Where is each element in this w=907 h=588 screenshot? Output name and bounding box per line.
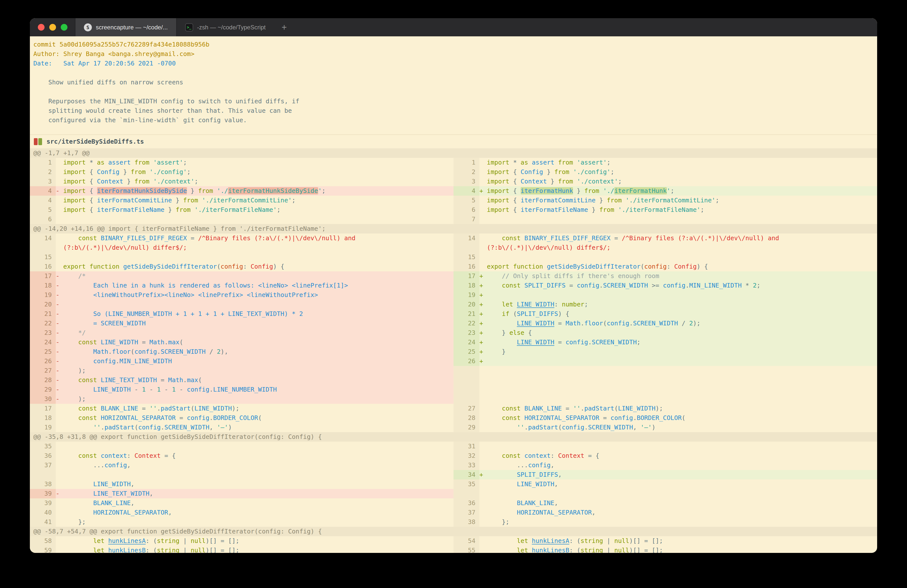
line-number: 22: [454, 319, 479, 328]
code-line: let hunkLinesA: (string | null)[] = [];: [479, 536, 877, 546]
code-line: const BINARY_FILES_DIFF_REGEX = /^Binary…: [56, 234, 454, 243]
line-number: 31: [454, 442, 479, 451]
line-number: 28: [30, 375, 56, 385]
tab-screencapture[interactable]: S screencapture — ~/code/...: [75, 18, 176, 36]
line-number: 27: [30, 366, 56, 375]
code-line: [479, 489, 877, 498]
code-line: [479, 252, 877, 262]
line-number: [454, 243, 479, 252]
code-line: HORIZONTAL_SEPARATOR,: [479, 508, 877, 517]
diff-sign: [479, 262, 487, 271]
diff-sign: +: [479, 271, 487, 281]
diff-row: 18 const HORIZONTAL_SEPARATOR = config.B…: [30, 413, 877, 423]
line-number: 14: [30, 234, 56, 243]
terminal-viewport[interactable]: commit 5a00d16095a255b57c762289fa434e180…: [30, 36, 877, 553]
line-number: 23: [30, 328, 56, 338]
diff-row: 35 31: [30, 442, 877, 451]
minimize-button[interactable]: [49, 24, 56, 30]
diff-row: 5 import { iterFormatFileName } from './…: [30, 205, 877, 215]
diff-sign: [56, 158, 63, 167]
line-number: 39: [30, 498, 56, 508]
line-number: 5: [454, 195, 479, 205]
diff-sign: -: [56, 347, 63, 356]
diff-sign: [56, 252, 63, 262]
code-line: [479, 375, 877, 385]
diff-sign: [479, 479, 487, 489]
diff-row: 18- Each line in a hunk is rendered as f…: [30, 281, 877, 290]
code-line: ''.padStart(config.SCREEN_WIDTH, '—'): [56, 423, 454, 432]
close-button[interactable]: [38, 24, 45, 30]
code-line: import * as assert from 'assert';: [56, 158, 454, 167]
commit-line: splitting would create lines shorter tha…: [34, 106, 877, 115]
code-line: -: [56, 300, 454, 309]
code-line: [479, 366, 877, 375]
line-number: 2: [454, 167, 479, 177]
line-number: 16: [454, 262, 479, 271]
line-number: 29: [30, 385, 56, 394]
diff-sign: +: [479, 309, 487, 319]
code-line: - );: [56, 394, 454, 404]
code-line: + // Only split diffs if there's enough …: [479, 271, 877, 281]
line-number: 41: [30, 517, 56, 527]
diff-sign: [56, 243, 63, 252]
diff-sign: [56, 195, 63, 205]
diff-row: 17- /*17+ // Only split diffs if there's…: [30, 271, 877, 281]
line-number: 1: [454, 158, 479, 167]
code-line: [479, 442, 877, 451]
code-line: ...config,: [479, 461, 877, 470]
line-number: 37: [30, 461, 56, 470]
diff-row: 19- <lineWithoutPrefix><lineNo> <linePre…: [30, 290, 877, 300]
diff-sign: +: [479, 290, 487, 300]
diff-sign: -: [56, 281, 63, 290]
code-line: ...config,: [56, 461, 454, 470]
line-number: 19: [454, 290, 479, 300]
code-line: [56, 442, 454, 451]
diff-row: 20- 20+ let LINE_WIDTH: number;: [30, 300, 877, 309]
line-number: 15: [454, 252, 479, 262]
line-number: 36: [454, 498, 479, 508]
line-number: 54: [454, 536, 479, 546]
diff-sign: -: [56, 375, 63, 385]
diff-sign: -: [56, 186, 63, 195]
line-number: 21: [30, 309, 56, 319]
line-number: 4: [454, 186, 479, 195]
line-number: 7: [454, 215, 479, 224]
commit-line: configured via the `min-line-width` git …: [34, 115, 877, 125]
diff-sign: [56, 404, 63, 413]
line-number: 38: [454, 517, 479, 527]
diff-sign: [56, 517, 63, 527]
diff-sign: -: [56, 394, 63, 404]
code-line: import { iterFormatCommitLine } from './…: [56, 195, 454, 205]
code-line: };: [479, 517, 877, 527]
code-line: const BINARY_FILES_DIFF_REGEX = /^Binary…: [479, 234, 877, 243]
line-number: 20: [454, 300, 479, 309]
diff-sign: +: [479, 281, 487, 290]
line-number: 35: [30, 442, 56, 451]
tab-zsh[interactable]: >_ -zsh — ~/code/TypeScript: [176, 18, 274, 36]
code-line: +: [479, 290, 877, 300]
line-number: 16: [30, 262, 56, 271]
diff-sign: +: [479, 356, 487, 366]
code-line: - <lineWithoutPrefix><lineNo> <linePrefi…: [56, 290, 454, 300]
new-tab-button[interactable]: +: [274, 18, 294, 36]
line-number: 19: [30, 290, 56, 300]
diff-row: 4- import { iterFormatHunkSideBySide } f…: [30, 186, 877, 195]
diff-sign: [479, 517, 487, 527]
code-line: import { iterFormatCommitLine } from './…: [479, 195, 877, 205]
line-number: 27: [454, 404, 479, 413]
diff-sign: +: [479, 319, 487, 328]
diff-sign: [479, 461, 487, 470]
traffic-lights: [30, 18, 75, 36]
diff-sign: [479, 536, 487, 546]
diff-sign: -: [56, 356, 63, 366]
diff-sign: -: [56, 489, 63, 498]
diff-sign: -: [56, 366, 63, 375]
diff-sign: [56, 508, 63, 517]
line-number: 2: [30, 167, 56, 177]
line-number: 34: [454, 470, 479, 479]
zoom-button[interactable]: [61, 24, 67, 30]
code-line: +: [479, 356, 877, 366]
commit-block: commit 5a00d16095a255b57c762289fa434e180…: [30, 36, 877, 125]
diff-sign: [56, 546, 63, 553]
code-line: + LINE_WIDTH = Math.floor(config.SCREEN_…: [479, 319, 877, 328]
